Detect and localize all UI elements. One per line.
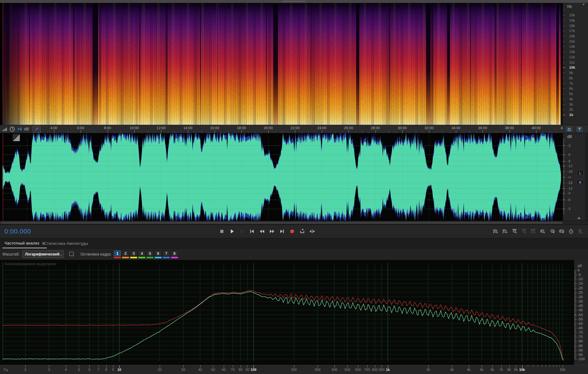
- playhead-time-display[interactable]: 0:00.000: [4, 225, 31, 238]
- spectrogram-silence-band: [200, 3, 201, 125]
- ruler-tick: [322, 130, 322, 133]
- zoom-in-vertical-button[interactable]: [491, 228, 500, 235]
- horizontal-scrollbar[interactable]: [0, 221, 588, 224]
- snap-toggle-button[interactable]: [33, 126, 40, 133]
- axis-tick: [559, 365, 560, 367]
- axis-tick: [574, 350, 577, 350]
- transport-fast-forward-button[interactable]: [268, 227, 276, 235]
- freq-tick-label: 10: [117, 368, 121, 371]
- transport-skip-to-start-button[interactable]: [248, 227, 256, 235]
- panel-drag-handle[interactable]: [0, 0, 588, 3]
- axis-tick: [509, 365, 510, 367]
- tab-label: Частотный анализ: [4, 241, 39, 245]
- frequency-analysis-plot[interactable]: Анализированное выделение: [0, 260, 588, 365]
- ruler-tick: [168, 132, 168, 133]
- transport-play-button[interactable]: [227, 227, 236, 235]
- freq-tick-label: 6: [88, 368, 90, 371]
- freq-tick-label: 900: [379, 368, 384, 371]
- timer-button[interactable]: [567, 228, 575, 235]
- hold-color-swatch: [138, 257, 145, 258]
- hold-frame-button-1[interactable]: 1: [114, 250, 121, 258]
- hold-frame-button-7[interactable]: 7: [163, 250, 170, 258]
- playhead[interactable]: [3, 133, 3, 221]
- hold-frame-button-3[interactable]: 3: [130, 250, 137, 258]
- db-tick-label: -50: [578, 313, 583, 317]
- zoom-out-vertical-button[interactable]: [501, 228, 510, 235]
- transport-pause-button[interactable]: [238, 227, 246, 235]
- monitor-toggle-button[interactable]: [565, 126, 573, 133]
- loop-playback-icon: [298, 227, 306, 235]
- vertical-scrollbar[interactable]: [585, 133, 588, 221]
- ruler-tick: [47, 132, 48, 133]
- ruler-time-label: 6:00: [77, 126, 84, 130]
- hold-number: 7: [163, 250, 170, 256]
- ruler-tick: [436, 132, 436, 133]
- db-tick-label: -45: [578, 308, 583, 312]
- hold-frame-button-5[interactable]: 5: [147, 250, 153, 258]
- axis-tick: [563, 57, 564, 57]
- zoom-out-horizontal-icon: [521, 229, 527, 234]
- zoom-in-right-selection-button[interactable]: [548, 228, 557, 235]
- transport-skip-selection-button[interactable]: [308, 227, 316, 235]
- amplitude-axis[interactable]: dB -3-6-9-12-18-∞-18-12-9-6-3LR: [563, 133, 588, 221]
- scrollbar-handle[interactable]: [1, 222, 562, 224]
- axis-tick: [563, 52, 564, 52]
- ruler-tick: [134, 130, 135, 133]
- transport-skip-to-end-button[interactable]: [278, 227, 286, 235]
- axis-tick: [482, 365, 482, 367]
- scale-select[interactable]: Логарифмический ⌄: [22, 250, 64, 258]
- channel-left-button[interactable]: L: [577, 170, 584, 176]
- scroll-down-arrow-icon[interactable]: [577, 217, 580, 219]
- ruler-tick: [295, 130, 295, 133]
- transport-record-button[interactable]: [288, 227, 296, 235]
- waveform-display[interactable]: [3, 133, 563, 221]
- level-meter-icon[interactable]: [2, 127, 7, 131]
- tab-amplitude-statistics[interactable]: Статистика Амплитуды: [44, 238, 88, 248]
- playhead[interactable]: [3, 3, 3, 125]
- gain-value[interactable]: +0: [17, 127, 22, 131]
- ruler-tick: [222, 132, 222, 133]
- spectrogram-frequency-axis[interactable]: Hz 20k19k18k17k16k15k14k13k12k11k10k9k8k…: [563, 3, 588, 125]
- transport-stop-button[interactable]: [217, 227, 226, 235]
- ruler-tick: [88, 132, 88, 133]
- ruler-time-label: 40:00: [532, 126, 541, 130]
- transport-loop-playback-button[interactable]: [298, 227, 306, 235]
- hold-frame-button-8[interactable]: 8: [171, 250, 178, 258]
- axis-tick: [492, 365, 493, 367]
- timeline-ruler[interactable]: 2:004:006:008:0010:0012:0014:0016:0018:0…: [0, 125, 588, 133]
- axis-tick: [574, 275, 577, 275]
- clock-icon[interactable]: [9, 126, 15, 132]
- zoom-reset-button[interactable]: [529, 228, 538, 235]
- ruler-time-label: 22:00: [291, 126, 300, 130]
- axis-tick: [563, 10, 564, 10]
- ruler-tick: [282, 131, 282, 133]
- tab-frequency-analysis[interactable]: Частотный анализ ≡: [3, 238, 47, 248]
- pin-marker-button[interactable]: [575, 126, 584, 133]
- hold-frame-button-2[interactable]: 2: [122, 250, 129, 258]
- scroll-up-arrow-icon[interactable]: [582, 4, 585, 5]
- zoom-in-horizontal-button[interactable]: [510, 228, 519, 235]
- zoom-out-horizontal-button[interactable]: [520, 228, 528, 235]
- channel-right-button[interactable]: R: [577, 180, 584, 185]
- hold-number: 1: [114, 250, 121, 256]
- freq-tick-label: 20k: [569, 13, 575, 17]
- frequency-axis-unit: Hz: [567, 4, 572, 9]
- spectrogram[interactable]: [3, 3, 563, 125]
- freq-tick-label: 4k: [467, 368, 471, 371]
- panel-corner-grip-icon[interactable]: [13, 134, 20, 141]
- waveform-gridline: [54, 133, 54, 221]
- hold-frame-button-4[interactable]: 4: [138, 250, 145, 258]
- spectrogram-silence-band: [139, 3, 141, 125]
- freq-tick-label: 20k: [560, 368, 565, 371]
- ruler-tick: [74, 132, 74, 133]
- axis-tick: [200, 365, 200, 367]
- axis-tick: [224, 365, 224, 367]
- waveform-gridline: [483, 133, 483, 221]
- zoom-to-selection-button[interactable]: [557, 228, 566, 235]
- zoom-time-selection-button[interactable]: [576, 228, 585, 235]
- ruler-tick: [174, 131, 175, 133]
- hold-frame-button-6[interactable]: 6: [155, 250, 162, 258]
- transport-rewind-button[interactable]: [258, 227, 266, 235]
- copy-to-clipboard-button[interactable]: [68, 251, 76, 258]
- zoom-in-left-selection-button[interactable]: [538, 228, 547, 235]
